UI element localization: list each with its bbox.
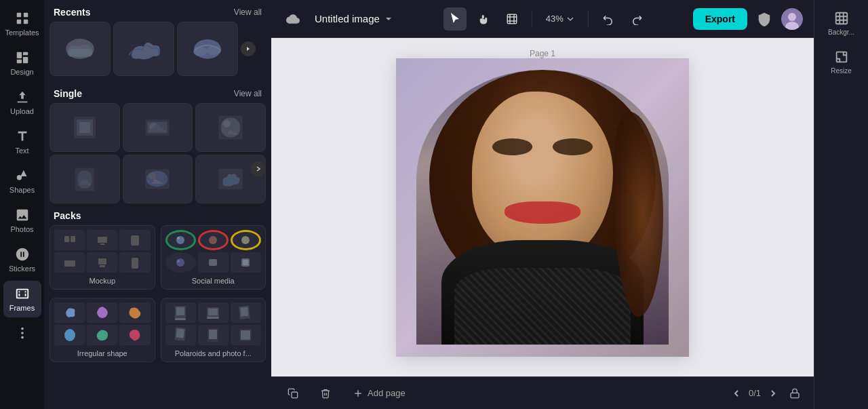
svg-rect-39 — [98, 237, 107, 243]
svg-point-50 — [241, 236, 250, 244]
sidebar-item-upload[interactable]: Upload — [3, 84, 41, 121]
select-tool-button[interactable] — [443, 7, 467, 31]
sm-thumb-6 — [231, 252, 261, 273]
canvas-area[interactable]: Page 1 — [271, 38, 814, 376]
svg-rect-70 — [241, 330, 250, 340]
add-page-button[interactable]: Add page — [347, 385, 411, 402]
resize-panel-item[interactable]: Resize — [818, 44, 865, 80]
svg-rect-43 — [64, 260, 75, 267]
chevron-right-icon-3 — [769, 389, 777, 397]
portrait-lips — [505, 201, 580, 223]
delete-page-button[interactable] — [315, 385, 336, 402]
sidebar-label-design: Design — [10, 68, 33, 76]
sidebar-item-text[interactable]: Text — [3, 123, 41, 160]
pol-thumb-4 — [165, 325, 196, 345]
canvas-image — [396, 58, 689, 357]
sidebar-item-shapes[interactable]: Shapes — [3, 163, 41, 199]
document-title-button[interactable]: Untitled image — [309, 10, 399, 27]
social-media-pack[interactable]: Social media — [161, 225, 267, 290]
chevron-right-icon-2 — [255, 165, 262, 172]
irreg-thumb-4 — [54, 325, 85, 345]
recent-thumb-3[interactable] — [177, 22, 238, 76]
polaroids-pack[interactable]: Polaroids and photo f... — [161, 298, 267, 362]
svg-rect-40 — [100, 244, 104, 245]
svg-rect-62 — [207, 317, 219, 319]
toolbar-divider-1 — [532, 11, 532, 27]
irregular-shape-label: Irregular shape — [54, 349, 151, 357]
right-panel: Backgr... Resize — [814, 0, 868, 409]
recents-next-arrow[interactable] — [241, 41, 256, 56]
export-button[interactable]: Export — [693, 8, 747, 30]
redo-icon — [631, 13, 643, 25]
hand-tool-button[interactable] — [472, 7, 495, 31]
recents-view-all[interactable]: View all — [234, 7, 262, 17]
user-avatar[interactable] — [781, 8, 803, 30]
lock-icon — [789, 388, 800, 399]
mockup-thumb-2 — [87, 230, 117, 250]
svg-point-28 — [223, 120, 231, 128]
sidebar-label-templates: Templates — [5, 28, 39, 37]
svg-rect-53 — [209, 259, 217, 266]
recents-title: Recents — [54, 7, 90, 18]
svg-point-49 — [209, 236, 217, 244]
mockup-thumb-3 — [119, 230, 150, 250]
canvas-frame[interactable] — [396, 58, 689, 357]
svg-point-73 — [788, 13, 796, 21]
frame-circle-icon — [217, 114, 244, 141]
svg-rect-68 — [209, 330, 217, 339]
polaroids-label: Polaroids and photo f... — [165, 349, 262, 357]
recent-thumb-1[interactable] — [50, 22, 111, 76]
single-thumb-2[interactable] — [123, 103, 193, 152]
background-label: Backgr... — [828, 28, 854, 36]
duplicate-page-button[interactable] — [282, 385, 304, 402]
frame-tool-button[interactable] — [500, 7, 524, 31]
frame-oval-icon — [144, 165, 171, 193]
sidebar-item-design[interactable]: Design — [3, 45, 41, 81]
frame-packs-grid: Irregular shape — [44, 295, 271, 368]
svg-point-42 — [134, 244, 136, 246]
single-thumb-1[interactable] — [50, 103, 120, 152]
bottom-right: 0/1 — [728, 385, 803, 402]
irregular-shape-pack[interactable]: Irregular shape — [50, 298, 155, 362]
background-panel-item[interactable]: Backgr... — [818, 5, 865, 41]
frame-tool-icon — [506, 13, 518, 25]
recents-section-header: Recents View all — [44, 0, 271, 22]
redo-button[interactable] — [625, 7, 648, 31]
panel-sidebar: Recents View all — [44, 0, 271, 409]
single-thumb-3[interactable] — [195, 103, 266, 152]
svg-rect-45 — [100, 265, 105, 267]
next-page-button[interactable] — [765, 385, 781, 402]
portrait-base — [416, 70, 669, 345]
single-view-all[interactable]: View all — [234, 89, 262, 98]
sidebar-item-photos[interactable]: Photos — [3, 202, 41, 239]
mockup-pack[interactable]: Mockup — [50, 225, 155, 290]
prev-page-button[interactable] — [728, 385, 745, 402]
sm-thumb-1 — [165, 230, 196, 250]
toolbar: Untitled image — [271, 0, 814, 38]
svg-rect-58 — [176, 307, 184, 315]
undo-button[interactable] — [597, 7, 620, 31]
svg-point-34 — [149, 172, 157, 179]
sidebar-item-templates[interactable]: Templates — [3, 5, 41, 42]
svg-point-9 — [21, 328, 24, 330]
cloud-save-button[interactable] — [282, 8, 304, 30]
lock-canvas-button[interactable] — [787, 385, 803, 402]
sidebar-item-more[interactable] — [3, 320, 41, 346]
svg-rect-61 — [208, 309, 218, 315]
svg-point-51 — [176, 258, 184, 267]
sidebar-item-stickers[interactable]: Stickers — [3, 241, 41, 278]
toolbar-center: 43% — [407, 7, 685, 31]
single-next-arrow[interactable] — [251, 161, 266, 176]
add-page-label: Add page — [368, 388, 406, 398]
plus-icon — [353, 388, 363, 399]
sidebar-label-photos: Photos — [10, 225, 33, 233]
page-indicator: 0/1 — [749, 388, 761, 398]
sidebar-item-frames[interactable]: Frames — [3, 281, 41, 317]
zoom-level-button[interactable]: 43% — [540, 11, 580, 26]
resize-label: Resize — [831, 67, 852, 75]
recent-thumb-2[interactable] — [113, 22, 174, 76]
mockup-thumb-1 — [54, 230, 85, 250]
svg-rect-71 — [507, 14, 517, 24]
shield-button[interactable] — [753, 7, 776, 31]
irreg-thumb-2 — [87, 303, 117, 323]
